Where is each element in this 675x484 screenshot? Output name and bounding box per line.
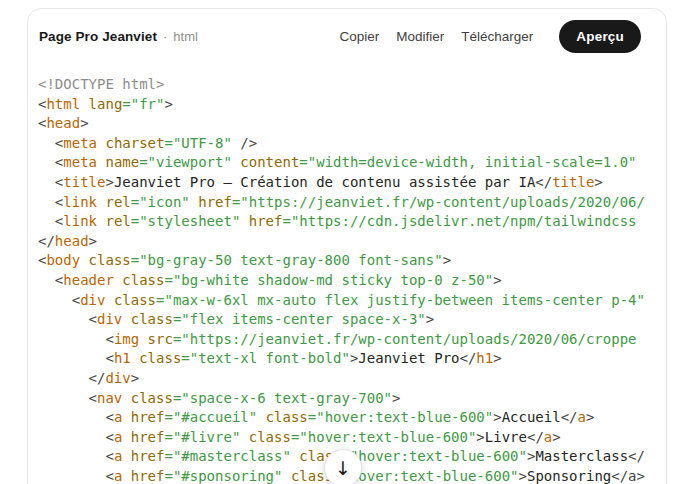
code-token-attr: lang xyxy=(89,96,123,112)
code-token-attr: rel xyxy=(105,213,130,229)
code-token-punct: > xyxy=(89,233,97,249)
code-token-attr: href xyxy=(131,429,165,445)
artifact-title: Page Pro Jeanviet xyxy=(39,29,157,44)
code-token-attr: href xyxy=(249,213,283,229)
edit-button[interactable]: Modifier xyxy=(395,27,445,46)
code-token-tag: title xyxy=(63,174,105,190)
code-token-attr: class xyxy=(266,409,308,425)
code-token-punct: > xyxy=(426,311,434,327)
code-line: <body class="bg-gray-50 text-gray-800 fo… xyxy=(38,251,649,271)
code-line: <h1 class="text-xl font-bold">Jeanviet P… xyxy=(38,349,649,369)
code-token-punct: </ xyxy=(527,429,544,445)
code-token-str: ="hover:text-blue-600" xyxy=(308,409,493,425)
arrow-down-icon: ↓ xyxy=(335,459,351,478)
code-token-str: ="#sponsoring" xyxy=(164,468,282,484)
code-token-plain xyxy=(38,429,105,445)
code-token-plain xyxy=(38,468,105,484)
code-token-str: ="#accueil" xyxy=(164,409,257,425)
code-token-punct: > xyxy=(443,252,451,268)
code-token-str: ="https://cdn.jsdelivr.net/npm/tailwindc… xyxy=(282,213,636,229)
code-token-str: ="stylesheet" xyxy=(131,213,241,229)
code-token-punct: </ xyxy=(38,233,55,249)
code-token-attr: class xyxy=(122,272,164,288)
code-token-tag: html xyxy=(46,96,80,112)
code-line: <title>Jeanviet Pro — Création de conten… xyxy=(38,173,649,193)
code-token-plain: Sponsoring xyxy=(527,468,611,484)
code-token-plain: Livre xyxy=(485,429,527,445)
code-token-plain xyxy=(38,135,55,151)
code-token-str: ="max-w-6xl mx-auto flex justify-between… xyxy=(156,292,645,308)
code-token-str: ="fr" xyxy=(122,96,164,112)
code-token-punct: > xyxy=(493,272,501,288)
code-token-attr: href xyxy=(131,448,165,464)
code-token-plain xyxy=(80,96,88,112)
code-token-tag: nav xyxy=(97,390,122,406)
code-token-plain xyxy=(38,331,105,347)
code-token-str: ="space-x-6 text-gray-700" xyxy=(173,390,392,406)
code-line: </div> xyxy=(38,369,649,389)
code-token-punct: < xyxy=(72,292,80,308)
code-token-punct: > xyxy=(392,390,400,406)
code-token-str: ="hover:text-blue-600" xyxy=(342,448,527,464)
code-token-str: ="icon" xyxy=(131,194,190,210)
code-token-plain xyxy=(38,292,72,308)
code-token-plain xyxy=(38,194,55,210)
code-token-plain xyxy=(131,350,139,366)
code-token-plain: Accueil xyxy=(502,409,561,425)
code-token-plain xyxy=(122,409,130,425)
code-token-str: ="https://jeanviet.fr/wp-content/uploads… xyxy=(173,331,637,347)
code-token-attr: class xyxy=(114,292,156,308)
code-token-attr: name xyxy=(105,154,139,170)
artifact-header: Page Pro Jeanviet · html Copier Modifier… xyxy=(28,18,666,54)
code-line: <a href="#accueil" class="hover:text-blu… xyxy=(38,408,649,428)
code-token-tag: header xyxy=(63,272,114,288)
code-token-str: ="UTF-8" xyxy=(164,135,231,151)
code-line: <link rel="stylesheet" href="https://cdn… xyxy=(38,212,649,232)
code-token-punct: < xyxy=(105,429,113,445)
code-token-tag: div xyxy=(80,292,105,308)
code-token-str: ="flex items-center space-x-3" xyxy=(173,311,426,327)
code-token-attr: content xyxy=(240,154,299,170)
code-token-gray: <!DOCTYPE html> xyxy=(38,76,164,92)
code-token-tag: a xyxy=(578,409,586,425)
code-line: <!DOCTYPE html> xyxy=(38,75,649,95)
code-token-punct: > xyxy=(164,96,172,112)
code-token-tag: meta xyxy=(63,135,97,151)
code-token-plain xyxy=(80,252,88,268)
code-token-str: ="width=device-width, initial-scale=1.0" xyxy=(299,154,636,170)
code-token-punct: > xyxy=(519,468,527,484)
code-token-tag: a xyxy=(544,429,552,445)
code-block[interactable]: <!DOCTYPE html><html lang="fr"><head> <m… xyxy=(28,75,649,484)
code-token-punct: > xyxy=(493,409,501,425)
code-token-plain: Masterclass xyxy=(535,448,628,464)
code-line: <header class="bg-white shadow-md sticky… xyxy=(38,271,649,291)
code-token-str: ="https://jeanviet.fr/wp-content/uploads… xyxy=(232,194,645,210)
code-line: <head> xyxy=(38,114,649,134)
code-token-str: ="bg-white shadow-md sticky top-0 z-50" xyxy=(164,272,493,288)
code-token-tag: link xyxy=(63,213,97,229)
artifact-card: Page Pro Jeanviet · html Copier Modifier… xyxy=(27,8,667,484)
artifact-viewer: Page Pro Jeanviet · html Copier Modifier… xyxy=(0,0,675,484)
code-token-tag: h1 xyxy=(114,350,131,366)
code-token-plain xyxy=(240,429,248,445)
code-token-plain xyxy=(122,390,130,406)
code-token-punct: > xyxy=(476,429,484,445)
code-line: <div class="flex items-center space-x-3"… xyxy=(38,310,649,330)
code-token-plain xyxy=(122,468,130,484)
code-token-plain xyxy=(139,331,147,347)
code-token-tag: div xyxy=(105,370,130,386)
scroll-to-bottom-button[interactable]: ↓ xyxy=(324,449,362,484)
code-token-punct: > xyxy=(586,409,594,425)
download-button[interactable]: Télécharger xyxy=(460,27,534,46)
code-token-plain xyxy=(38,154,55,170)
code-token-plain xyxy=(105,292,113,308)
code-token-attr: charset xyxy=(105,135,164,151)
code-token-attr: href xyxy=(198,194,232,210)
code-line: <html lang="fr"> xyxy=(38,95,649,115)
preview-button[interactable]: Aperçu xyxy=(559,20,641,53)
code-token-punct: < xyxy=(105,448,113,464)
copy-button[interactable]: Copier xyxy=(338,27,380,46)
code-token-attr: href xyxy=(131,409,165,425)
code-token-plain xyxy=(190,194,198,210)
code-token-plain: Jeanviet Pro — Création de contenu assis… xyxy=(114,174,535,190)
